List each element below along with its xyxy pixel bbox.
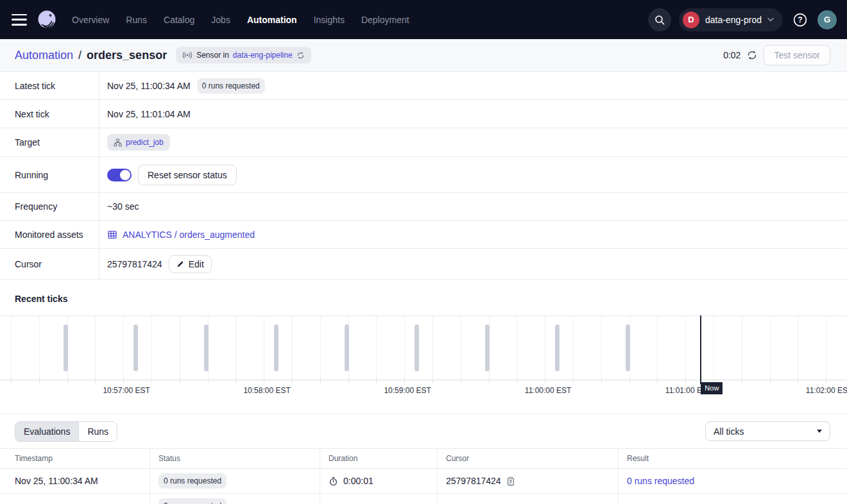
target-row: Target predict_job: [0, 128, 847, 157]
axis-tickmark: [123, 380, 124, 383]
col-timestamp: Timestamp: [0, 449, 150, 468]
deployment-switcher[interactable]: D data-eng-prod: [679, 8, 783, 31]
axis-tickmark: [432, 380, 433, 383]
nav-item-runs[interactable]: Runs: [126, 15, 147, 25]
gridline: [685, 316, 686, 380]
tick-bar[interactable]: [485, 324, 490, 371]
axis-tickmark: [11, 380, 12, 383]
axis-tickmark: [489, 380, 490, 383]
axis-tickmark: [67, 380, 68, 383]
ticks-chart-plot: [0, 315, 847, 380]
table-header: Timestamp Status Duration Cursor Result: [0, 448, 847, 469]
gridline: [292, 316, 293, 380]
tick-bar[interactable]: [415, 324, 419, 371]
dagster-logo[interactable]: [36, 9, 58, 31]
refresh-button[interactable]: [747, 50, 757, 60]
table-row-partial: 0 runs requested: [0, 494, 847, 503]
copy-cursor-button[interactable]: [506, 476, 515, 486]
page-title: orders_sensor: [87, 49, 167, 62]
axis-tickmark: [798, 380, 798, 383]
nav-item-catalog[interactable]: Catalog: [164, 15, 194, 25]
col-duration: Duration: [320, 449, 437, 468]
tick-bar[interactable]: [345, 324, 349, 371]
gridline: [320, 316, 321, 380]
gridline: [601, 316, 602, 380]
cell-duration: 0:00:01: [343, 476, 373, 486]
tick-bar[interactable]: [626, 324, 630, 371]
gridline: [742, 316, 742, 380]
frequency-label: Frequency: [0, 193, 99, 220]
axis-tickmark: [320, 380, 321, 383]
tick-bar[interactable]: [64, 324, 68, 371]
latest-tick-status-badge: 0 runs requested: [197, 78, 265, 94]
target-job-link[interactable]: predict_job: [126, 138, 164, 147]
user-avatar[interactable]: G: [817, 10, 837, 29]
cell-result-link[interactable]: 0 runs requested: [627, 476, 694, 486]
gridline: [517, 316, 517, 380]
cursor-value: 25797817424: [107, 259, 162, 269]
axis-label: 10:59:00 EST: [384, 386, 431, 395]
hamburger-menu-icon[interactable]: [12, 14, 27, 26]
now-badge: Now: [701, 382, 723, 394]
axis-tickmark: [517, 380, 517, 383]
col-status: Status: [150, 449, 320, 468]
target-job-pill[interactable]: predict_job: [107, 134, 170, 151]
axis-tickmark: [742, 380, 742, 383]
tab-evaluations[interactable]: Evaluations: [15, 422, 78, 441]
refresh-countdown: 0:02: [723, 50, 740, 60]
evaluations-controls: Evaluations Runs All ticks: [0, 414, 847, 448]
gridline: [573, 316, 574, 380]
nav-items: Overview Runs Catalog Jobs Automation In…: [72, 15, 409, 25]
test-sensor-button[interactable]: Test sensor: [764, 45, 830, 65]
tick-bar[interactable]: [133, 324, 138, 371]
sensor-type-badge: Sensor in data-eng-pipeline: [176, 47, 311, 63]
dropdown-caret-icon: [817, 430, 822, 433]
deployment-name: data-eng-prod: [705, 15, 762, 25]
sensor-details: Latest tick Nov 25, 11:00:34 AM 0 runs r…: [0, 72, 847, 280]
nav-item-jobs[interactable]: Jobs: [211, 15, 230, 25]
axis-tickmark: [629, 380, 630, 383]
next-tick-row: Next tick Nov 25, 11:01:04 AM: [0, 100, 847, 128]
edit-cursor-button[interactable]: Edit: [169, 255, 212, 273]
stopwatch-icon: [329, 476, 338, 486]
monitored-asset-link[interactable]: ANALYTICS / orders_augmented: [107, 230, 255, 240]
gridline: [180, 316, 180, 380]
page-header: Automation / orders_sensor Sensor in dat…: [0, 39, 847, 72]
search-button[interactable]: [648, 8, 671, 31]
sensor-icon: [182, 50, 193, 60]
latest-tick-label: Latest tick: [0, 72, 99, 99]
gridline: [151, 316, 152, 380]
col-cursor: Cursor: [437, 449, 618, 468]
axis-tickmark: [292, 380, 293, 383]
dagster-logo-icon: [36, 9, 58, 31]
tick-bar[interactable]: [555, 324, 560, 371]
axis-tickmark: [461, 380, 461, 383]
help-button[interactable]: ?: [791, 10, 810, 29]
running-toggle[interactable]: [107, 169, 132, 181]
axis-tickmark: [657, 380, 658, 383]
axis-tickmark: [573, 380, 574, 383]
tick-bar[interactable]: [274, 324, 278, 371]
tab-runs[interactable]: Runs: [78, 422, 117, 441]
latest-tick-row: Latest tick Nov 25, 11:00:34 AM 0 runs r…: [0, 72, 847, 100]
nav-item-automation[interactable]: Automation: [247, 15, 297, 25]
top-navbar: Overview Runs Catalog Jobs Automation In…: [0, 0, 847, 39]
axis-tickmark: [376, 380, 377, 383]
nav-item-overview[interactable]: Overview: [72, 15, 109, 25]
frequency-row: Frequency ~30 sec: [0, 193, 847, 221]
tick-filter-dropdown[interactable]: All ticks: [705, 421, 830, 441]
reset-sensor-status-button[interactable]: Reset sensor status: [138, 165, 237, 185]
nav-item-deployment[interactable]: Deployment: [361, 15, 409, 25]
nav-item-insights[interactable]: Insights: [314, 15, 345, 25]
reload-location-icon[interactable]: [296, 51, 305, 60]
tick-bar[interactable]: [204, 324, 209, 371]
cursor-row: Cursor 25797817424 Edit: [0, 249, 847, 280]
recent-ticks-chart: 10:57:00 EST10:58:00 EST10:59:00 EST11:0…: [0, 315, 847, 414]
job-graph-icon: [114, 139, 122, 147]
code-location-link[interactable]: data-eng-pipeline: [233, 51, 293, 60]
table-row: Nov 25, 11:00:34 AM 0 runs requested 0:0…: [0, 469, 847, 494]
gridline: [123, 316, 124, 380]
gridline: [826, 316, 826, 380]
gridline: [798, 316, 798, 380]
breadcrumb-automation-link[interactable]: Automation: [15, 49, 73, 62]
